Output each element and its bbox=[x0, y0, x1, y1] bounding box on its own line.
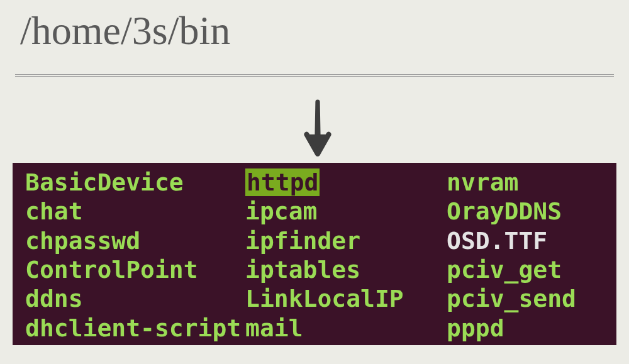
file-item: OSD.TTF bbox=[447, 227, 547, 255]
file-item: pppd bbox=[447, 314, 504, 342]
file-item: chpasswd bbox=[25, 227, 140, 255]
file-item: pciv_send bbox=[447, 285, 576, 312]
file-item: httpd bbox=[245, 168, 320, 196]
file-item: LinkLocalIP bbox=[245, 285, 404, 312]
file-item: iptables bbox=[245, 256, 360, 284]
file-item: ddns bbox=[25, 285, 83, 312]
terminal-output: BasicDevice httpd nvram chat ipcam OrayD… bbox=[13, 163, 616, 345]
file-item: chat bbox=[25, 197, 83, 225]
terminal-row: dhclient-script mail pppd bbox=[25, 314, 604, 343]
down-arrow-icon bbox=[301, 99, 334, 160]
file-item: dhclient-script bbox=[25, 314, 241, 342]
terminal-row: chpasswd ipfinder OSD.TTF bbox=[25, 226, 604, 255]
file-item: pciv_get bbox=[447, 256, 562, 284]
file-item: ControlPoint bbox=[25, 256, 198, 284]
arrow-container bbox=[0, 77, 629, 160]
file-item: OrayDDNS bbox=[447, 197, 562, 225]
file-item: nvram bbox=[447, 168, 518, 196]
terminal-row: ControlPoint iptables pciv_get bbox=[25, 255, 604, 284]
terminal-row: chat ipcam OrayDDNS bbox=[25, 197, 604, 226]
page-title: /home/3s/bin bbox=[0, 0, 629, 54]
terminal-row: BasicDevice httpd nvram bbox=[25, 168, 604, 197]
file-item: ipfinder bbox=[245, 227, 360, 255]
terminal-row: ddns LinkLocalIP pciv_send bbox=[25, 284, 604, 313]
file-item: BasicDevice bbox=[25, 168, 184, 196]
file-item: ipcam bbox=[245, 197, 317, 225]
file-item: mail bbox=[245, 314, 303, 342]
